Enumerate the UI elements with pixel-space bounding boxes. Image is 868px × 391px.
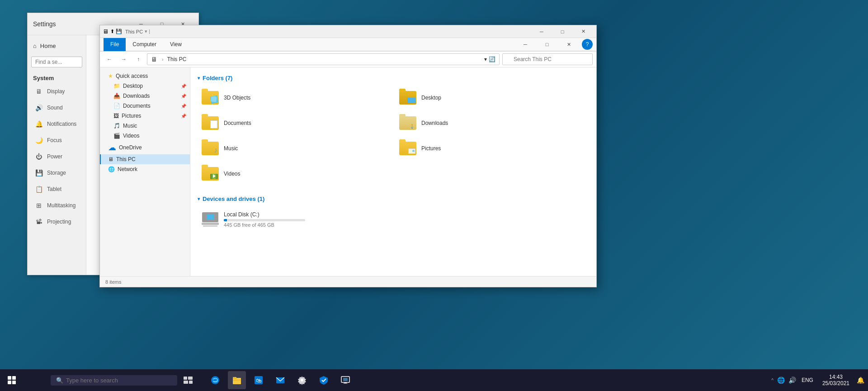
onedrive-icon: ☁ [108, 143, 116, 153]
explorer-window: 🖥 ⬆ 💾 This PC ▾ | ─ □ ✕ File Computer [99, 25, 597, 287]
svg-rect-0 [184, 377, 187, 380]
folders-section-title: Folders (7) [203, 75, 232, 81]
nav-item-label: Documents [123, 103, 151, 109]
nav-item-documents[interactable]: 📄 Documents 📌 [100, 101, 190, 111]
settings-item-label: Notifications [47, 121, 76, 127]
mail-btn[interactable] [271, 371, 289, 389]
nav-item-music[interactable]: 🎵 Music [100, 121, 190, 131]
file-explorer-btn[interactable] [228, 371, 246, 389]
explorer-qat-save[interactable]: 💾 [116, 29, 122, 34]
nav-pane: ★ Quick access 📁 Desktop 📌 📥 Downloads 📌… [100, 67, 190, 276]
folder-item-music[interactable]: ♪ Music [198, 138, 392, 159]
nav-item-videos[interactable]: 🎬 Videos [100, 131, 190, 141]
ribbon-tab-view[interactable]: View [163, 38, 189, 51]
folder-item-videos[interactable]: Videos [198, 163, 392, 185]
nav-item-label: This PC [116, 156, 136, 162]
addr-chevron-down[interactable]: ▾ [484, 56, 487, 62]
settings-item-focus[interactable]: 🌙 Focus [28, 132, 86, 148]
pin-icon: 📌 [181, 84, 186, 89]
nav-item-downloads[interactable]: 📥 Downloads 📌 [100, 91, 190, 101]
folder-label: Videos [224, 171, 240, 177]
settings-item-projecting[interactable]: 📽 Projecting [28, 214, 86, 230]
start-button[interactable] [0, 369, 24, 391]
taskbar-clock[interactable]: 14:43 25/03/2021 [819, 374, 853, 386]
ribbon-tab-file[interactable]: File [104, 38, 126, 51]
language-label[interactable]: ENG [802, 377, 813, 383]
taskbar-search-input[interactable] [66, 377, 165, 384]
storage-icon: 💾 [34, 168, 43, 177]
network-tray-icon[interactable]: 🌐 [777, 377, 785, 384]
desktop: Settings ─ □ ✕ ⌂ Home System 🖥 Display [0, 0, 868, 391]
folder-item-downloads[interactable]: ↓ Downloads [395, 112, 589, 134]
explorer-top-separator: ▾ | [145, 29, 150, 34]
settings-item-storage[interactable]: 💾 Storage [28, 165, 86, 181]
edge-icon-btn[interactable] [206, 371, 224, 389]
ribbon-tabs: File Computer View ─ □ ✕ ? [100, 38, 596, 51]
folder-icon-3d [201, 90, 219, 106]
mail-icon [275, 375, 285, 385]
store-btn[interactable]: 🛍 [250, 371, 268, 389]
explorer-minimize-top[interactable]: ─ [531, 25, 552, 38]
nav-item-pictures[interactable]: 🖼 Pictures 📌 [100, 111, 190, 121]
addr-refresh[interactable]: 🔄 [489, 56, 495, 62]
folder-item-desktop[interactable]: Desktop [395, 87, 589, 109]
settings-item-label: Multitasking [47, 202, 75, 209]
search-input[interactable] [502, 53, 593, 65]
help-btn[interactable]: ? [582, 39, 593, 50]
drive-item-c[interactable]: Local Disk (C:) 445 GB free of 465 GB [198, 208, 589, 231]
nav-quick-access-header[interactable]: ★ Quick access [100, 71, 190, 81]
devices-section-header[interactable]: ▾ Devices and drives (1) [198, 196, 589, 202]
address-box[interactable]: 🖥 › This PC ▾ 🔄 [147, 53, 500, 65]
folder-item-documents[interactable]: Documents [198, 112, 392, 134]
nav-item-network[interactable]: 🌐 Network [100, 164, 190, 174]
downloads-folder-icon: 📥 [113, 93, 120, 99]
explorer-maximize-top[interactable]: □ [552, 25, 573, 38]
explorer-maximize[interactable]: □ [537, 38, 557, 51]
settings-home-btn[interactable]: ⌂ Home [28, 39, 86, 53]
svg-point-4 [211, 376, 219, 384]
nav-item-thispc[interactable]: 🖥 This PC [100, 154, 190, 164]
explorer-qat-undo[interactable]: ⬆ [110, 29, 114, 34]
taskbar-search[interactable]: 🔍 [51, 375, 177, 386]
settings-item-display[interactable]: 🖥 Display [28, 83, 86, 100]
settings-item-sound[interactable]: 🔊 Sound [28, 100, 86, 116]
nav-item-onedrive[interactable]: ☁ OneDrive [100, 141, 190, 154]
settings-item-label: Power [47, 153, 62, 160]
taskbar-time-display: 14:43 [822, 374, 849, 380]
svg-rect-3 [189, 381, 193, 384]
nav-forward-btn[interactable]: → [118, 53, 130, 65]
nav-item-label: Music [123, 123, 137, 129]
music-folder-icon: 🎵 [113, 123, 120, 129]
quick-access-label: Quick access [116, 73, 148, 79]
explorer-close-top[interactable]: ✕ [573, 25, 594, 38]
nav-item-label: Downloads [123, 93, 150, 99]
network-monitor-btn[interactable] [336, 371, 354, 389]
explorer-close[interactable]: ✕ [558, 38, 579, 51]
folder-item-pictures[interactable]: Pictures [395, 138, 589, 159]
task-view-btn[interactable] [179, 371, 197, 389]
notification-btn[interactable]: 🔔 [857, 377, 864, 384]
defender-icon [319, 375, 329, 385]
ribbon-tab-computer[interactable]: Computer [126, 38, 163, 51]
settings-btn[interactable] [293, 371, 311, 389]
pin-icon: 📌 [181, 104, 186, 109]
store-icon: 🛍 [254, 375, 264, 385]
volume-icon[interactable]: 🔊 [788, 377, 796, 384]
nav-up-btn[interactable]: ↑ [132, 53, 144, 65]
settings-item-notifications[interactable]: 🔔 Notifications [28, 116, 86, 132]
defender-btn[interactable] [315, 371, 333, 389]
explorer-minimize[interactable]: ─ [515, 38, 536, 51]
folder-item-3dobjects[interactable]: 3D Objects [198, 87, 392, 109]
settings-item-tablet[interactable]: 📋 Tablet [28, 181, 86, 197]
folder-icon-videos [201, 166, 219, 182]
docs-folder-icon: 📄 [113, 103, 120, 109]
nav-back-btn[interactable]: ← [104, 53, 115, 65]
svg-rect-2 [184, 381, 188, 384]
settings-search-input[interactable] [31, 57, 82, 67]
item-count: 8 items [105, 279, 121, 285]
settings-item-multitasking[interactable]: ⊞ Multitasking [28, 197, 86, 214]
tray-arrow[interactable]: ^ [771, 378, 774, 383]
nav-item-desktop[interactable]: 📁 Desktop 📌 [100, 81, 190, 91]
folders-section-header[interactable]: ▾ Folders (7) [198, 75, 589, 81]
settings-item-power[interactable]: ⏻ Power [28, 148, 86, 165]
